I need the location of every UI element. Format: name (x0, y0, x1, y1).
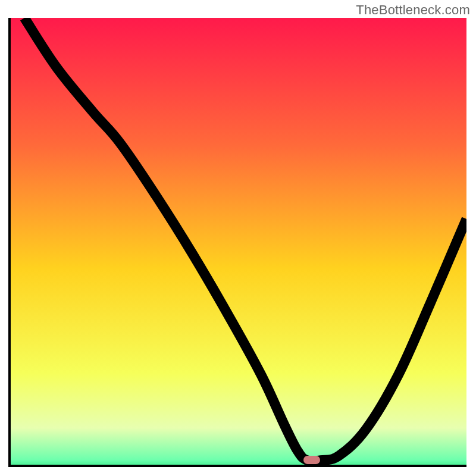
curve-layer (11, 18, 466, 465)
plot-area (8, 18, 466, 467)
bottleneck-curve (24, 18, 466, 461)
watermark-label: TheBottleneck.com (356, 2, 470, 18)
chart-container: TheBottleneck.com (0, 0, 476, 476)
optimum-marker (303, 456, 320, 464)
